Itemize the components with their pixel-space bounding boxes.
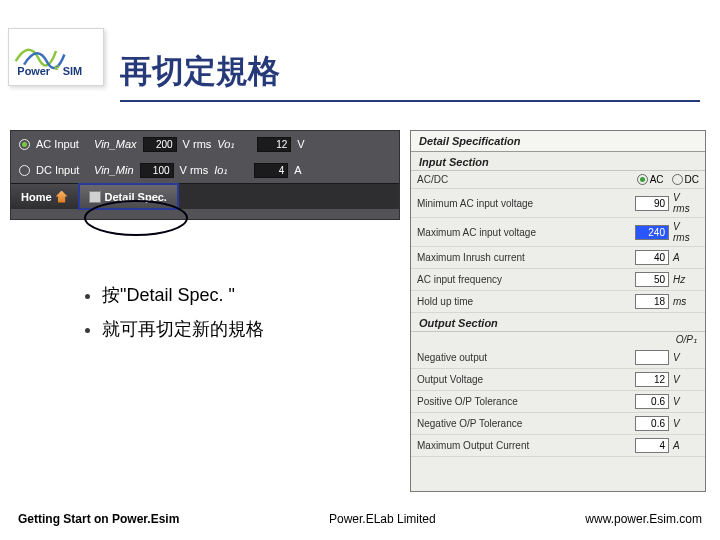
table-row: Maximum Output Current A [411, 435, 705, 457]
field-label: Maximum AC input voltage [417, 227, 635, 238]
field-label: Output Voltage [417, 374, 635, 385]
field-unit: V rms [669, 221, 699, 243]
max-ac-voltage-input[interactable] [635, 225, 669, 240]
ac-freq-input[interactable] [635, 272, 669, 287]
table-row: Maximum Inrush current A [411, 247, 705, 269]
quick-spec-row: AC Input Vin_Max V rms Vo₁ V [11, 131, 399, 157]
quick-spec-panel: AC Input Vin_Max V rms Vo₁ V DC Input Vi… [10, 130, 400, 220]
table-row: Negative O/P Tolerance V [411, 413, 705, 435]
ac-option-label: AC [650, 174, 664, 185]
svg-text:e: e [54, 62, 59, 72]
footer: Getting Start on Power.Esim Power.ELab L… [0, 512, 720, 526]
quick-spec-tabs: Home Detail Spec. [11, 183, 399, 209]
svg-text:SIM: SIM [63, 65, 82, 77]
home-icon [56, 191, 68, 203]
field-unit: V rms [669, 192, 699, 214]
pos-tol-input[interactable] [635, 394, 669, 409]
instruction-list: 按"Detail Spec. " 就可再切定新的規格 [48, 278, 264, 346]
output-sub-label: O/P₁ [411, 332, 705, 347]
field-label: Negative output [417, 352, 635, 363]
field-unit: V [669, 352, 699, 363]
field-label: Hold up time [417, 296, 635, 307]
detail-spec-icon [89, 191, 101, 203]
output-section-header: Output Section [411, 313, 705, 332]
table-row: Output Voltage V [411, 369, 705, 391]
field-label: Negative O/P Tolerance [417, 418, 635, 429]
logo-svg: Power e SIM [14, 35, 98, 79]
page-title: 再切定規格 [120, 50, 700, 102]
logo: Power e SIM [8, 28, 104, 86]
io1-unit: A [294, 164, 320, 176]
field-unit: V [669, 418, 699, 429]
vo1-input[interactable] [257, 137, 291, 152]
acdc-label: AC/DC [417, 174, 637, 185]
neg-output-input[interactable] [635, 350, 669, 365]
footer-center: Power.ELab Limited [179, 512, 585, 526]
svg-text:Power: Power [17, 65, 50, 77]
table-row: Minimum AC input voltage V rms [411, 189, 705, 218]
ac-input-radio[interactable] [19, 139, 30, 150]
dc-option-label: DC [685, 174, 699, 185]
holdup-input[interactable] [635, 294, 669, 309]
vin-min-unit: V rms [180, 164, 209, 176]
dc-input-radio[interactable] [19, 165, 30, 176]
tab-detail-spec[interactable]: Detail Spec. [79, 184, 178, 209]
field-label: AC input frequency [417, 274, 635, 285]
acdc-row: AC/DC AC DC [411, 171, 705, 189]
vin-min-symbol: Vin_Min [94, 164, 134, 176]
table-row: Negative output V [411, 347, 705, 369]
min-ac-voltage-input[interactable] [635, 196, 669, 211]
detail-spec-panel: Detail Specification Input Section AC/DC… [410, 130, 706, 492]
field-label: Minimum AC input voltage [417, 198, 635, 209]
ac-radio[interactable] [637, 174, 648, 185]
field-unit: ms [669, 296, 699, 307]
table-row: AC input frequency Hz [411, 269, 705, 291]
footer-left: Getting Start on Power.Esim [18, 512, 179, 526]
home-tab-label: Home [21, 191, 52, 203]
table-row: Hold up time ms [411, 291, 705, 313]
max-inrush-input[interactable] [635, 250, 669, 265]
vo1-symbol: Vo₁ [217, 138, 251, 151]
detail-spec-tab-label: Detail Spec. [105, 191, 167, 203]
field-unit: Hz [669, 274, 699, 285]
field-unit: A [669, 252, 699, 263]
footer-right: www.power.Esim.com [585, 512, 702, 526]
vin-max-symbol: Vin_Max [94, 138, 137, 150]
vin-min-input[interactable] [140, 163, 174, 178]
list-item: 就可再切定新的規格 [102, 312, 264, 346]
detail-spec-title: Detail Specification [411, 131, 705, 152]
ac-input-label: AC Input [36, 138, 88, 150]
neg-tol-input[interactable] [635, 416, 669, 431]
io1-symbol: Io₁ [214, 164, 248, 177]
field-label: Positive O/P Tolerance [417, 396, 635, 407]
table-row: Positive O/P Tolerance V [411, 391, 705, 413]
vo1-unit: V [297, 138, 323, 150]
max-out-current-input[interactable] [635, 438, 669, 453]
field-unit: V [669, 396, 699, 407]
vin-max-input[interactable] [143, 137, 177, 152]
vin-max-unit: V rms [183, 138, 212, 150]
io1-input[interactable] [254, 163, 288, 178]
output-voltage-input[interactable] [635, 372, 669, 387]
table-row: Maximum AC input voltage V rms [411, 218, 705, 247]
quick-spec-row: DC Input Vin_Min V rms Io₁ A [11, 157, 399, 183]
list-item: 按"Detail Spec. " [102, 278, 264, 312]
dc-radio[interactable] [672, 174, 683, 185]
field-label: Maximum Output Current [417, 440, 635, 451]
field-label: Maximum Inrush current [417, 252, 635, 263]
field-unit: V [669, 374, 699, 385]
field-unit: A [669, 440, 699, 451]
input-section-header: Input Section [411, 152, 705, 171]
dc-input-label: DC Input [36, 164, 88, 176]
tab-home[interactable]: Home [11, 184, 79, 209]
